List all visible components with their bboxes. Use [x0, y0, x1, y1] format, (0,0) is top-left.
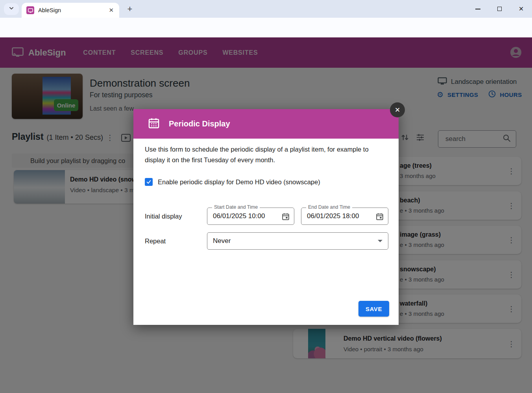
ablesign-favicon: [26, 6, 34, 14]
window-controls: ✕: [467, 0, 532, 18]
repeat-label: Repeat: [145, 237, 166, 245]
enable-periodic-label: Enable periodic display for Demo HD vide…: [158, 178, 320, 186]
end-datetime-value: 06/01/2025 18:00: [301, 208, 388, 224]
enable-periodic-checkbox[interactable]: [145, 178, 153, 186]
periodic-display-modal: ✕ Periodic Display Use this form to sche…: [133, 109, 399, 325]
end-datetime-legend: End Date and Time: [306, 204, 352, 210]
calendar-picker-icon[interactable]: [375, 212, 384, 222]
tab-search-button[interactable]: [4, 3, 19, 15]
initial-display-label: Initial display: [145, 213, 182, 220]
tab-close-icon[interactable]: ✕: [107, 6, 115, 15]
browser-tab[interactable]: AbleSign ✕: [22, 3, 119, 18]
repeat-value: Never: [207, 233, 388, 249]
modal-header: Periodic Display: [133, 109, 399, 139]
browser-window: AbleSign ✕ + ✕ ← → ↻ app.ablesign.tv/scr…: [0, 0, 532, 393]
new-tab-button[interactable]: +: [124, 4, 135, 15]
modal-description: Use this form to schedule the periodic d…: [145, 144, 388, 165]
start-datetime-value: 06/01/2025 10:00: [207, 208, 294, 224]
maximize-button[interactable]: [489, 0, 510, 18]
browser-toolbar: ← → ↻ app.ablesign.tv/screens/491497 ☆ S…: [0, 18, 532, 37]
calendar-icon: [148, 117, 160, 131]
tab-strip: AbleSign ✕ + ✕: [0, 0, 532, 18]
end-datetime-field[interactable]: End Date and Time 06/01/2025 18:00: [301, 208, 388, 225]
window-close-button[interactable]: ✕: [510, 0, 532, 18]
ablesign-page: AbleSign CONTENT SCREENS GROUPS WEBSITES…: [0, 37, 532, 393]
minimize-button[interactable]: [467, 0, 489, 18]
enable-periodic-row: Enable periodic display for Demo HD vide…: [145, 178, 320, 186]
modal-close-button[interactable]: ✕: [390, 102, 405, 117]
save-button[interactable]: SAVE: [358, 301, 389, 317]
modal-title: Periodic Display: [169, 119, 230, 128]
modal-body: Use this form to schedule the periodic d…: [133, 139, 399, 325]
start-datetime-legend: Start Date and Time: [212, 204, 260, 210]
start-datetime-field[interactable]: Start Date and Time 06/01/2025 10:00: [207, 208, 294, 225]
repeat-select[interactable]: Never: [207, 232, 388, 250]
chevron-down-icon: [9, 6, 14, 13]
chevron-down-icon: [378, 240, 382, 242]
calendar-picker-icon[interactable]: [281, 212, 290, 222]
tab-title: AbleSign: [38, 7, 107, 13]
